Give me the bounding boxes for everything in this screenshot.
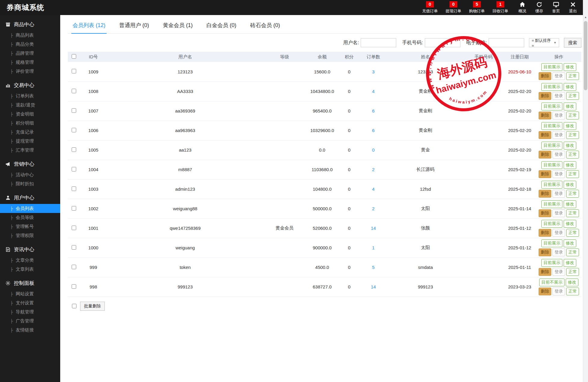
orders-link[interactable]: 2: [372, 206, 375, 211]
tab-4[interactable]: 砖石会员 (0): [249, 22, 281, 33]
email-input[interactable]: [489, 38, 524, 47]
status-button[interactable]: 正常: [566, 151, 579, 159]
orders-link[interactable]: 6: [372, 108, 375, 113]
sidebar-item[interactable]: ├广告管理: [0, 316, 60, 325]
sidebar-section-head[interactable]: 营销中心: [0, 157, 60, 170]
login-button[interactable]: 登录: [552, 268, 565, 276]
toggle-display-button[interactable]: 目前展示: [541, 239, 562, 247]
sidebar-item[interactable]: ├汇率管理: [0, 146, 60, 155]
login-button[interactable]: 登录: [552, 151, 565, 159]
row-checkbox[interactable]: [72, 245, 76, 250]
status-button[interactable]: 正常: [566, 229, 579, 237]
sidebar-item[interactable]: ├导航管理: [0, 307, 60, 316]
login-button[interactable]: 登录: [552, 131, 565, 139]
modify-button[interactable]: 修改: [564, 83, 576, 91]
sidebar-item[interactable]: ├文章分类: [0, 256, 60, 265]
tab-2[interactable]: 黄金会员 (1): [162, 22, 194, 33]
delete-button[interactable]: 删除: [539, 170, 551, 178]
tab-0[interactable]: 会员列表 (12): [71, 22, 107, 34]
tab-1[interactable]: 普通用户 (0): [118, 22, 150, 33]
orders-link[interactable]: 5: [372, 265, 375, 270]
status-button[interactable]: 正常: [566, 92, 579, 100]
row-checkbox[interactable]: [72, 147, 76, 152]
scroll-thumb[interactable]: [584, 21, 587, 90]
sidebar-item[interactable]: ├积分明细: [0, 119, 60, 128]
bulk-select-checkbox[interactable]: [72, 304, 76, 308]
status-button[interactable]: 正常: [566, 131, 579, 139]
status-button[interactable]: 正常: [566, 72, 579, 80]
delete-button[interactable]: 删除: [539, 248, 551, 256]
modify-button[interactable]: 修改: [564, 181, 576, 189]
login-button[interactable]: 登录: [552, 190, 565, 198]
delete-button[interactable]: 删除: [539, 131, 551, 139]
sidebar-section-head[interactable]: 资讯中心: [0, 242, 60, 256]
page-scrollbar[interactable]: ▲: [583, 0, 588, 382]
sidebar-item[interactable]: ├资金明细: [0, 109, 60, 119]
orders-link[interactable]: 1: [372, 245, 375, 250]
bulk-delete-button[interactable]: 批量删除: [80, 302, 105, 311]
row-checkbox[interactable]: [72, 186, 76, 191]
tab-3[interactable]: 白金会员 (0): [205, 22, 238, 33]
sidebar-item[interactable]: ├管理权限: [0, 231, 60, 240]
modify-button[interactable]: 修改: [564, 142, 576, 149]
delete-button[interactable]: 删除: [539, 190, 551, 198]
modify-button[interactable]: 修改: [566, 279, 578, 286]
sidebar-item[interactable]: ├提现管理: [0, 137, 60, 146]
sidebar-item[interactable]: ├支付设置: [0, 298, 60, 307]
toggle-display-button[interactable]: 目前展示: [541, 103, 562, 110]
login-button[interactable]: 登录: [552, 288, 565, 295]
toggle-display-button[interactable]: 目前展示: [541, 142, 562, 149]
delete-button[interactable]: 删除: [539, 92, 551, 100]
status-button[interactable]: 正常: [566, 190, 579, 198]
delete-button[interactable]: 删除: [539, 268, 551, 276]
sidebar-section-head[interactable]: 用户中心: [0, 191, 60, 204]
delete-button[interactable]: 删除: [539, 112, 551, 119]
orders-link[interactable]: 4: [372, 89, 375, 94]
modify-button[interactable]: 修改: [564, 200, 576, 208]
login-button[interactable]: 登录: [552, 209, 565, 217]
orders-link[interactable]: 2: [372, 167, 375, 172]
header-stat[interactable]: 5购物订单: [469, 1, 485, 14]
login-button[interactable]: 登录: [552, 72, 565, 80]
sidebar-item[interactable]: ├评价管理: [0, 67, 60, 76]
header-action-homepage[interactable]: 首页: [552, 2, 560, 14]
delete-button[interactable]: 删除: [539, 288, 551, 295]
header-stat[interactable]: 1回收订单: [493, 1, 508, 14]
sidebar-item[interactable]: ├充值记录: [0, 128, 60, 137]
row-checkbox[interactable]: [72, 128, 76, 132]
header-action-cache[interactable]: 缓存: [535, 2, 543, 14]
toggle-display-button[interactable]: 目前展示: [541, 161, 562, 169]
login-button[interactable]: 登录: [552, 248, 565, 256]
modify-button[interactable]: 修改: [564, 220, 576, 228]
modify-button[interactable]: 修改: [564, 161, 576, 169]
sidebar-item[interactable]: ├会员列表: [0, 204, 60, 213]
header-action-overview[interactable]: 概况: [518, 2, 526, 14]
toggle-display-button[interactable]: 目前展示: [541, 63, 562, 71]
sidebar-item[interactable]: ├商品列表: [0, 31, 60, 40]
scroll-up-arrow[interactable]: ▲: [583, 14, 588, 20]
orders-link[interactable]: 14: [371, 284, 376, 289]
toggle-display-button[interactable]: 目前不展示: [539, 279, 565, 286]
status-button[interactable]: 正常: [566, 112, 579, 119]
header-stat[interactable]: 0充值订单: [422, 1, 438, 14]
sort-select[interactable]: = 默认排序 = ▼: [529, 38, 559, 47]
status-button[interactable]: 正常: [566, 248, 579, 256]
delete-button[interactable]: 删除: [539, 229, 551, 237]
sidebar-item[interactable]: ├限时折扣: [0, 179, 60, 188]
sidebar-item[interactable]: ├会员等级: [0, 213, 60, 222]
modify-button[interactable]: 修改: [564, 122, 576, 130]
login-button[interactable]: 登录: [552, 92, 565, 100]
delete-button[interactable]: 删除: [539, 209, 551, 217]
sidebar-item[interactable]: ├规格管理: [0, 58, 60, 67]
sidebar-item[interactable]: ├退款/退货: [0, 100, 60, 109]
username-input[interactable]: [361, 38, 396, 47]
row-checkbox[interactable]: [72, 284, 76, 289]
sidebar-section-head[interactable]: 商品中心: [0, 17, 60, 31]
toggle-display-button[interactable]: 目前展示: [541, 83, 562, 91]
sidebar-item[interactable]: ├活动中心: [0, 170, 60, 179]
login-button[interactable]: 登录: [552, 112, 565, 119]
orders-link[interactable]: 3: [372, 69, 375, 74]
orders-link[interactable]: 14: [371, 226, 376, 231]
modify-button[interactable]: 修改: [564, 103, 576, 110]
modify-button[interactable]: 修改: [564, 259, 576, 267]
